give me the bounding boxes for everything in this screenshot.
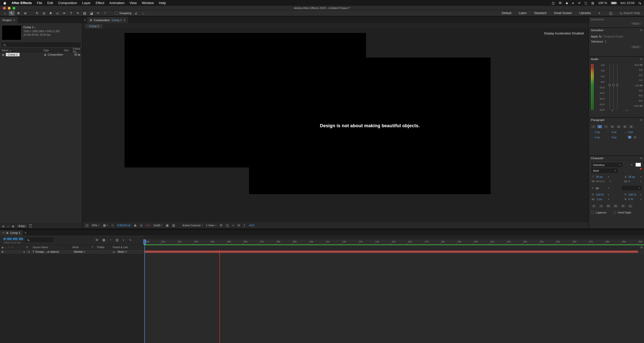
viewer-tab-comp1[interactable]: Comp 1 xyxy=(85,24,103,28)
time-ruler[interactable]: :00s01s02s03s04s05s06s07s08s09s10s11s12s… xyxy=(144,239,644,244)
eraser-tool[interactable]: ◪ xyxy=(89,11,94,16)
comp-marker-bin[interactable]: ▾ xyxy=(640,245,643,249)
column-header-source-name[interactable]: Source Name xyxy=(31,245,71,249)
menu-item[interactable]: Effect xyxy=(96,1,104,5)
spotlight-icon[interactable] xyxy=(638,2,640,4)
type-tool[interactable]: T xyxy=(68,11,74,16)
menu-item[interactable]: Composition xyxy=(58,1,77,5)
layer-duration-bar[interactable] xyxy=(144,250,638,253)
shape-tool[interactable]: ▭ xyxy=(55,11,60,16)
hand-tool[interactable]: ✥ xyxy=(16,11,21,16)
zoom-window-button[interactable] xyxy=(13,7,15,10)
menu-item[interactable]: Window xyxy=(142,1,154,5)
justify-last-center-button[interactable]: ≣ xyxy=(616,125,621,128)
frame-blend-icon[interactable]: ▥ xyxy=(116,238,118,242)
menu-clock[interactable]: tors 15:04 xyxy=(620,1,634,5)
composition-viewport[interactable]: Design is not about making beautiful obj… xyxy=(83,29,588,222)
display-icon[interactable]: ▢ xyxy=(584,1,587,5)
indent-left-field[interactable]: → 0 px xyxy=(591,131,608,134)
column-header-framerate[interactable]: Frame Ra... xyxy=(71,49,82,52)
project-table-row[interactable]: ▦ Comp 1 ▦ Composition 30 ▦ xyxy=(0,52,82,57)
preview-time-marker[interactable] xyxy=(219,250,220,343)
pixel-aspect-icon[interactable]: ◫ xyxy=(226,224,229,227)
fast-previews-icon[interactable]: » xyxy=(232,224,234,227)
align-center-button[interactable]: ≡ xyxy=(597,125,602,128)
grid-guides-dropdown[interactable]: ▦ ▾ xyxy=(103,224,108,227)
lock-icon[interactable]: ▪ xyxy=(12,246,13,249)
panel-menu-icon[interactable]: ≡ xyxy=(640,28,642,32)
parent-pickwhip-icon[interactable]: ◎ xyxy=(113,250,115,253)
search-help-field[interactable]: Search Help xyxy=(620,11,640,15)
chevron-left-icon[interactable]: « xyxy=(83,18,87,22)
tab-composition[interactable]: ▦ Composition Comp 1 ≡ xyxy=(87,17,128,23)
input-menu-icon[interactable]: ▤ xyxy=(591,1,594,5)
graph-editor-icon[interactable]: ∿ xyxy=(129,238,131,242)
region-of-interest-icon[interactable]: ▣ xyxy=(166,224,169,227)
window-manager-icon[interactable]: ◫ xyxy=(552,1,554,5)
panel-menu-icon[interactable]: ≡ xyxy=(640,118,642,122)
solo-icon[interactable]: ○ xyxy=(9,246,10,249)
audio-slider-knob-right[interactable] xyxy=(616,84,618,86)
text-direction-rtl-button[interactable]: ¶ xyxy=(633,136,637,139)
small-caps-button[interactable]: Tᴛ xyxy=(613,204,618,208)
timeline-search-input[interactable] xyxy=(25,238,53,242)
draft-3d-icon[interactable]: ▦ xyxy=(102,238,105,242)
justify-last-left-button[interactable]: ≣ xyxy=(610,125,615,128)
wiggler-apply-button[interactable]: Apply xyxy=(629,21,642,25)
all-caps-button[interactable]: TT xyxy=(606,204,611,208)
panel-menu-icon[interactable]: ≡ xyxy=(124,18,125,22)
workspace-panel-icon[interactable]: ◫ xyxy=(608,11,614,16)
dropbox-icon[interactable]: ◆ xyxy=(566,1,568,5)
column-header-mode[interactable]: Mode xyxy=(71,245,90,249)
mini-flowchart-icon[interactable]: ⊟ xyxy=(237,224,240,227)
transparency-grid-icon[interactable]: ▨ xyxy=(172,224,175,227)
mask-visibility-icon[interactable]: ◇ xyxy=(111,224,114,227)
minimize-window-button[interactable] xyxy=(8,7,11,10)
menu-item[interactable]: View xyxy=(129,1,137,5)
faux-bold-button[interactable]: T xyxy=(591,204,596,208)
snap-edges-icon[interactable]: ∠ xyxy=(133,11,139,16)
justify-all-button[interactable]: ≣ xyxy=(629,125,634,128)
home-tool[interactable]: ⌂ xyxy=(2,11,8,16)
magnification-dropdown[interactable]: 50% ▾ xyxy=(92,224,99,227)
align-left-button[interactable]: ≡ xyxy=(591,125,596,128)
font-style-dropdown[interactable]: Bold▾ xyxy=(591,168,618,173)
menu-item[interactable]: Animation xyxy=(109,1,124,5)
layer-name[interactable]: Design ...ul objects. xyxy=(35,250,60,253)
indent-right-field[interactable]: ← 0 px xyxy=(624,131,641,134)
parent-link-dropdown[interactable]: None▾ xyxy=(116,250,128,253)
snap-features-icon[interactable]: ∟ xyxy=(141,11,147,16)
new-folder-icon[interactable]: ▱ xyxy=(7,225,9,228)
ligatures-checkbox[interactable] xyxy=(591,211,594,214)
menu-item[interactable]: File xyxy=(37,1,42,5)
audio-icon[interactable]: ♪ xyxy=(6,246,7,249)
subscript-button[interactable]: T₁ xyxy=(628,204,633,208)
view-layout-dropdown[interactable]: 1 View ▾ xyxy=(206,224,216,227)
workspace-item[interactable]: Libraries xyxy=(579,11,591,15)
menu-item[interactable]: Edit xyxy=(47,1,53,5)
text-layer-content[interactable]: Design is not about making beautiful obj… xyxy=(320,123,420,128)
tolerance-value[interactable]: 1 xyxy=(605,40,607,43)
exposure-value[interactable]: +0,0 xyxy=(249,224,254,227)
leading-field[interactable]: 35 px▾ xyxy=(628,175,641,178)
camera-tool[interactable]: ◎ xyxy=(41,11,47,16)
panel-menu-icon[interactable]: ≡ xyxy=(640,156,642,160)
new-composition-icon[interactable]: ▦ xyxy=(12,225,14,228)
panel-menu-icon[interactable]: ≡ xyxy=(640,57,642,61)
font-family-dropdown[interactable]: Helvetica▾ xyxy=(591,163,622,167)
menu-item[interactable]: Layer xyxy=(82,1,91,5)
horizontal-scale-field[interactable]: 100 %▾ xyxy=(628,193,641,196)
justify-last-right-button[interactable]: ≣ xyxy=(622,125,627,128)
workspace-item[interactable]: Small Screen xyxy=(554,11,572,15)
close-icon[interactable]: × xyxy=(3,231,4,235)
camera-dropdown[interactable]: Active Camera ▾ xyxy=(182,224,203,227)
current-time-display[interactable]: 0:00:00:00 xyxy=(4,237,23,241)
chevron-down-icon[interactable]: ▾ xyxy=(34,26,35,29)
secondary-unit-dropdown[interactable]: ▾ xyxy=(622,186,641,190)
audio-slider-knob-master[interactable] xyxy=(612,84,615,86)
first-line-indent-field[interactable]: → 0 px xyxy=(591,136,608,139)
kerning-dropdown[interactable]: Metrics▾ xyxy=(596,180,611,183)
workspace-overflow-icon[interactable]: » xyxy=(598,11,600,15)
snapshot-icon[interactable]: ◉ xyxy=(134,224,136,227)
eye-icon[interactable]: ◉ xyxy=(2,246,4,249)
